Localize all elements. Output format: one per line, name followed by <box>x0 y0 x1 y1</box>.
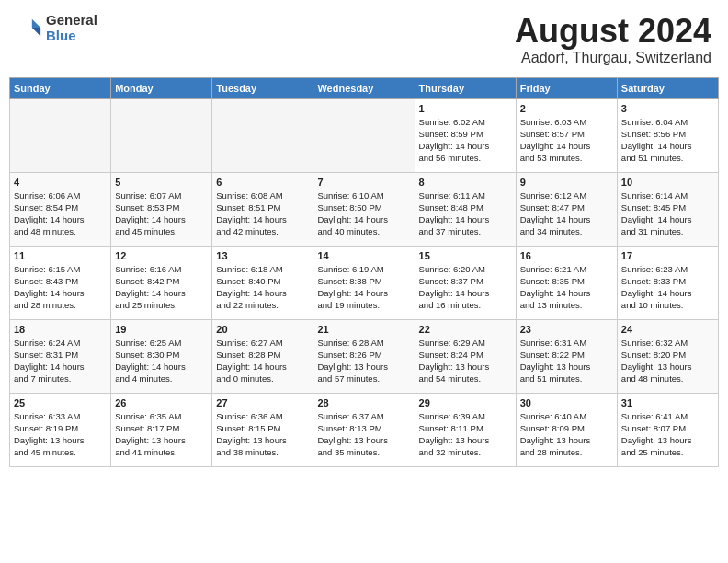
calendar-week-1: 1Sunrise: 6:02 AM Sunset: 8:59 PM Daylig… <box>10 98 719 172</box>
day-info: Sunrise: 6:40 AM Sunset: 8:09 PM Dayligh… <box>520 410 613 459</box>
calendar-cell: 2Sunrise: 6:03 AM Sunset: 8:57 PM Daylig… <box>516 98 617 172</box>
day-header-sunday: Sunday <box>10 77 111 98</box>
calendar-cell: 18Sunrise: 6:24 AM Sunset: 8:31 PM Dayli… <box>10 319 111 393</box>
calendar-cell: 23Sunrise: 6:31 AM Sunset: 8:22 PM Dayli… <box>516 319 617 393</box>
day-number: 22 <box>419 324 512 335</box>
day-number: 20 <box>216 324 309 335</box>
logo-blue-text: Blue <box>46 29 97 44</box>
day-info: Sunrise: 6:11 AM Sunset: 8:48 PM Dayligh… <box>419 190 512 238</box>
calendar-week-4: 18Sunrise: 6:24 AM Sunset: 8:31 PM Dayli… <box>10 319 719 393</box>
calendar-cell: 21Sunrise: 6:28 AM Sunset: 8:26 PM Dayli… <box>313 319 415 393</box>
day-number: 7 <box>317 177 410 188</box>
day-number: 18 <box>14 324 107 335</box>
day-info: Sunrise: 6:18 AM Sunset: 8:40 PM Dayligh… <box>216 263 309 312</box>
day-info: Sunrise: 6:07 AM Sunset: 8:53 PM Dayligh… <box>115 190 208 238</box>
day-info: Sunrise: 6:16 AM Sunset: 8:42 PM Dayligh… <box>115 263 208 312</box>
calendar-cell: 13Sunrise: 6:18 AM Sunset: 8:40 PM Dayli… <box>212 246 313 319</box>
day-info: Sunrise: 6:35 AM Sunset: 8:17 PM Dayligh… <box>115 410 208 459</box>
day-info: Sunrise: 6:20 AM Sunset: 8:37 PM Dayligh… <box>419 263 512 312</box>
day-info: Sunrise: 6:14 AM Sunset: 8:45 PM Dayligh… <box>621 190 714 238</box>
svg-marker-1 <box>32 28 40 36</box>
calendar-cell: 1Sunrise: 6:02 AM Sunset: 8:59 PM Daylig… <box>415 98 516 172</box>
calendar-cell: 14Sunrise: 6:19 AM Sunset: 8:38 PM Dayli… <box>313 246 415 319</box>
calendar-cell: 30Sunrise: 6:40 AM Sunset: 8:09 PM Dayli… <box>516 393 617 466</box>
calendar-cell <box>10 98 111 172</box>
day-number: 9 <box>520 177 613 188</box>
day-number: 2 <box>520 103 613 114</box>
day-info: Sunrise: 6:32 AM Sunset: 8:20 PM Dayligh… <box>621 337 714 385</box>
day-header-thursday: Thursday <box>415 77 516 98</box>
day-info: Sunrise: 6:24 AM Sunset: 8:31 PM Dayligh… <box>14 337 107 385</box>
day-header-friday: Friday <box>516 77 617 98</box>
calendar-cell: 7Sunrise: 6:10 AM Sunset: 8:50 PM Daylig… <box>313 172 415 246</box>
calendar-cell: 27Sunrise: 6:36 AM Sunset: 8:15 PM Dayli… <box>212 393 313 466</box>
day-number: 16 <box>520 250 613 261</box>
day-info: Sunrise: 6:36 AM Sunset: 8:15 PM Dayligh… <box>216 410 309 459</box>
calendar-cell: 25Sunrise: 6:33 AM Sunset: 8:19 PM Dayli… <box>10 393 111 466</box>
calendar-week-2: 4Sunrise: 6:06 AM Sunset: 8:54 PM Daylig… <box>10 172 719 246</box>
calendar-cell: 22Sunrise: 6:29 AM Sunset: 8:24 PM Dayli… <box>415 319 516 393</box>
calendar-cell: 11Sunrise: 6:15 AM Sunset: 8:43 PM Dayli… <box>10 246 111 319</box>
calendar-cell: 6Sunrise: 6:08 AM Sunset: 8:51 PM Daylig… <box>212 172 313 246</box>
day-number: 21 <box>317 324 410 335</box>
day-info: Sunrise: 6:33 AM Sunset: 8:19 PM Dayligh… <box>14 410 107 459</box>
day-number: 6 <box>216 177 309 188</box>
location-title: Aadorf, Thurgau, Switzerland <box>515 50 711 66</box>
day-info: Sunrise: 6:03 AM Sunset: 8:57 PM Dayligh… <box>520 116 613 165</box>
day-number: 17 <box>621 250 714 261</box>
day-info: Sunrise: 6:41 AM Sunset: 8:07 PM Dayligh… <box>621 410 714 459</box>
calendar-cell: 20Sunrise: 6:27 AM Sunset: 8:28 PM Dayli… <box>212 319 313 393</box>
calendar-cell: 29Sunrise: 6:39 AM Sunset: 8:11 PM Dayli… <box>415 393 516 466</box>
calendar-table: SundayMondayTuesdayWednesdayThursdayFrid… <box>9 77 719 467</box>
logo-general-text: General <box>46 13 97 29</box>
day-number: 30 <box>520 397 613 408</box>
svg-marker-0 <box>32 18 40 27</box>
calendar-cell <box>212 98 313 172</box>
day-number: 15 <box>419 250 512 261</box>
day-info: Sunrise: 6:28 AM Sunset: 8:26 PM Dayligh… <box>317 337 410 385</box>
calendar-cell <box>313 98 415 172</box>
day-info: Sunrise: 6:39 AM Sunset: 8:11 PM Dayligh… <box>419 410 512 459</box>
day-header-tuesday: Tuesday <box>212 77 313 98</box>
day-number: 24 <box>621 324 714 335</box>
day-info: Sunrise: 6:08 AM Sunset: 8:51 PM Dayligh… <box>216 190 309 238</box>
calendar-cell: 26Sunrise: 6:35 AM Sunset: 8:17 PM Dayli… <box>111 393 212 466</box>
day-header-monday: Monday <box>111 77 212 98</box>
day-number: 19 <box>115 324 208 335</box>
day-number: 10 <box>621 177 714 188</box>
calendar-cell: 9Sunrise: 6:12 AM Sunset: 8:47 PM Daylig… <box>516 172 617 246</box>
day-info: Sunrise: 6:31 AM Sunset: 8:22 PM Dayligh… <box>520 337 613 385</box>
day-number: 1 <box>419 103 512 114</box>
day-info: Sunrise: 6:06 AM Sunset: 8:54 PM Dayligh… <box>14 190 107 238</box>
logo-icon <box>17 16 42 41</box>
day-number: 29 <box>419 397 512 408</box>
day-info: Sunrise: 6:29 AM Sunset: 8:24 PM Dayligh… <box>419 337 512 385</box>
calendar-cell: 28Sunrise: 6:37 AM Sunset: 8:13 PM Dayli… <box>313 393 415 466</box>
calendar-cell: 17Sunrise: 6:23 AM Sunset: 8:33 PM Dayli… <box>617 246 718 319</box>
calendar-cell: 19Sunrise: 6:25 AM Sunset: 8:30 PM Dayli… <box>111 319 212 393</box>
page-header: General Blue August 2024 Aadorf, Thurgau… <box>9 9 719 70</box>
day-number: 26 <box>115 397 208 408</box>
calendar-cell: 16Sunrise: 6:21 AM Sunset: 8:35 PM Dayli… <box>516 246 617 319</box>
day-number: 12 <box>115 250 208 261</box>
day-info: Sunrise: 6:15 AM Sunset: 8:43 PM Dayligh… <box>14 263 107 312</box>
day-info: Sunrise: 6:21 AM Sunset: 8:35 PM Dayligh… <box>520 263 613 312</box>
day-number: 23 <box>520 324 613 335</box>
day-number: 27 <box>216 397 309 408</box>
day-number: 5 <box>115 177 208 188</box>
month-title: August 2024 <box>515 13 711 50</box>
calendar-header-row: SundayMondayTuesdayWednesdayThursdayFrid… <box>10 77 719 98</box>
day-info: Sunrise: 6:02 AM Sunset: 8:59 PM Dayligh… <box>419 116 512 165</box>
calendar-cell: 5Sunrise: 6:07 AM Sunset: 8:53 PM Daylig… <box>111 172 212 246</box>
day-number: 28 <box>317 397 410 408</box>
calendar-cell: 10Sunrise: 6:14 AM Sunset: 8:45 PM Dayli… <box>617 172 718 246</box>
calendar-cell: 8Sunrise: 6:11 AM Sunset: 8:48 PM Daylig… <box>415 172 516 246</box>
day-number: 3 <box>621 103 714 114</box>
calendar-cell: 4Sunrise: 6:06 AM Sunset: 8:54 PM Daylig… <box>10 172 111 246</box>
day-header-wednesday: Wednesday <box>313 77 415 98</box>
calendar-cell: 15Sunrise: 6:20 AM Sunset: 8:37 PM Dayli… <box>415 246 516 319</box>
day-number: 25 <box>14 397 107 408</box>
title-block: August 2024 Aadorf, Thurgau, Switzerland <box>515 13 711 66</box>
day-info: Sunrise: 6:37 AM Sunset: 8:13 PM Dayligh… <box>317 410 410 459</box>
day-number: 11 <box>14 250 107 261</box>
